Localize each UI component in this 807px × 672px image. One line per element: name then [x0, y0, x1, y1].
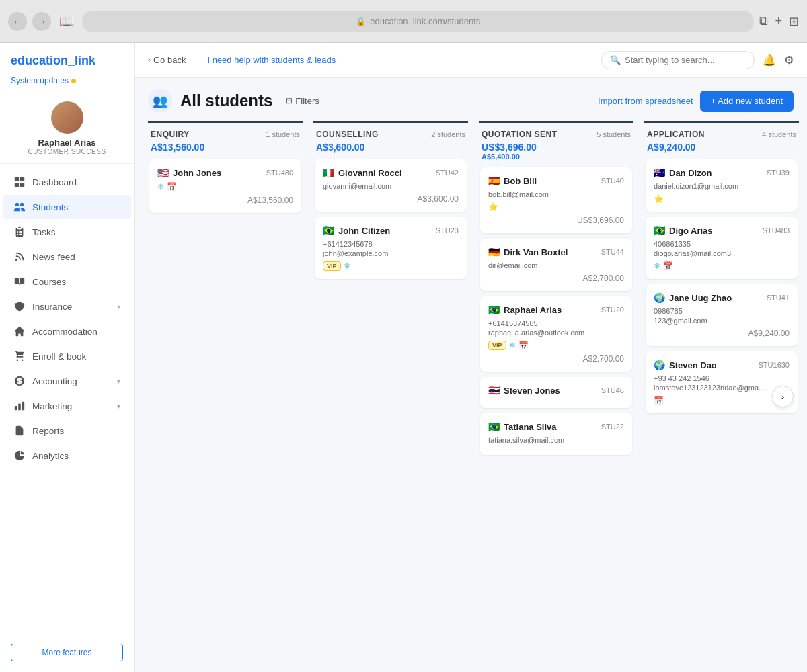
card-email: iamsteve123123123ndao@gma... [654, 384, 790, 392]
card-header: 🌍 Steven Dao STU1630 [654, 360, 790, 370]
student-card[interactable]: 🌍 Jane Uug Zhao STU41 0986785 123@gmail.… [646, 284, 798, 346]
card-header: 🇩🇪 Dirk Van Boxtel STU44 [488, 247, 624, 257]
sidebar-item-courses[interactable]: Courses [3, 269, 131, 294]
card-phone: +61412345678 [323, 240, 459, 248]
sidebar-item-news-feed[interactable]: News feed [3, 245, 131, 269]
student-card[interactable]: 🇪🇸 Bob Bill STU40 bob.bill@mail.com ⭐ US… [480, 167, 632, 233]
card-header: 🇦🇺 Dan Dizon STU39 [654, 167, 790, 178]
student-id: STU1630 [759, 361, 790, 369]
card-header: 🇺🇸 John Jones STU480 [157, 167, 293, 178]
browser-grid-button[interactable]: ⊞ [789, 14, 799, 29]
student-card[interactable]: 🇧🇷 Digo Arias STU483 406861335 diogo.ari… [646, 217, 798, 279]
page-title: All students [180, 91, 272, 110]
sidebar-item-label: Accounting [32, 376, 110, 386]
card-email: diogo.arias@mail.com3 [654, 249, 790, 257]
courses-icon [13, 276, 26, 288]
sidebar-item-enroll-book[interactable]: Enroll & book [3, 344, 131, 368]
marketing-icon [13, 400, 26, 412]
sidebar-more: More features [0, 636, 134, 672]
browser-back-button[interactable]: ← [8, 12, 27, 31]
page-actions: Import from spreadsheet + Add new studen… [598, 91, 794, 112]
settings-button[interactable]: ⚙ [784, 54, 794, 67]
column-amount: A$13,560.00 [151, 142, 204, 153]
card-email: tatiana.silva@mail.com [488, 436, 624, 444]
sidebar-item-label: Insurance [32, 302, 110, 312]
sidebar-item-reports[interactable]: Reports [3, 419, 131, 443]
help-link[interactable]: I need help with students & leads [207, 55, 336, 65]
add-student-button[interactable]: + Add new student [700, 91, 794, 112]
sidebar-item-label: Dashboard [32, 177, 120, 187]
dashboard-icon [13, 176, 26, 188]
student-name: 🇪🇸 Bob Bill [488, 175, 537, 186]
address-bar[interactable]: 🔒 education_link.com/students [82, 11, 754, 32]
sidebar-item-marketing[interactable]: Marketing ▾ [3, 394, 131, 418]
card-tags: ❄📅 [654, 261, 790, 271]
student-name: 🌍 Jane Uug Zhao [654, 292, 732, 303]
sidebar-item-tasks[interactable]: Tasks [3, 220, 131, 244]
sidebar-item-label: Courses [32, 277, 120, 287]
column-count: 2 students [431, 130, 465, 138]
card-tags: ⭐ [488, 202, 624, 212]
student-card[interactable]: 🇩🇪 Dirk Van Boxtel STU44 dir@email.com A… [480, 239, 632, 291]
student-card[interactable]: 🇧🇷 Tatiana Silva STU22 tatiana.silva@mai… [480, 413, 632, 455]
sidebar-item-analytics[interactable]: Analytics [3, 444, 131, 468]
go-back-button[interactable]: ‹ Go back [148, 55, 186, 65]
browser-bookmarks-button[interactable]: 📖 [59, 14, 74, 29]
student-card[interactable]: 🇹🇭 Steven Jones STU46 [480, 377, 632, 408]
search-input[interactable] [625, 55, 746, 65]
column-cards: 🇺🇸 John Jones STU480 ❄📅 A$13,560.00 [148, 158, 303, 214]
sidebar-item-accommodation[interactable]: Accommodation [3, 319, 131, 343]
scroll-right-button[interactable]: › [772, 386, 794, 407]
card-header: 🇧🇷 Digo Arias STU483 [654, 225, 790, 236]
import-button[interactable]: Import from spreadsheet [598, 96, 693, 106]
system-updates-link[interactable]: System updates [0, 73, 134, 93]
student-card[interactable]: 🇧🇷 Raphael Arias STU20 +61415374585 raph… [480, 296, 632, 372]
sidebar-item-accounting[interactable]: Accounting ▾ [3, 369, 131, 393]
card-header: 🇧🇷 Raphael Arias STU20 [488, 304, 624, 315]
sidebar-item-insurance[interactable]: Insurance ▾ [3, 294, 131, 319]
chevron-left-icon: ‹ [148, 56, 151, 65]
sidebar-logo: education_link [0, 43, 134, 73]
username: Raphael Arias [11, 138, 123, 148]
flag-icon: 🇪🇸 [488, 175, 500, 186]
card-header: 🇹🇭 Steven Jones STU46 [488, 385, 624, 396]
student-id: STU480 [266, 169, 293, 177]
flag-icon: 🌍 [654, 292, 665, 303]
column-title: COUNSELLING [316, 130, 379, 139]
student-card[interactable]: 🇦🇺 Dan Dizon STU39 daniel.dizon1@gmail.c… [646, 159, 798, 212]
kanban-wrapper: ENQUIRY A$13,560.00 1 students 🇺🇸 John J… [134, 121, 807, 672]
kanban-column-quotation-sent: QUOTATION SENT US$3,696.00 A$5,400.00 5 … [479, 121, 633, 456]
student-card[interactable]: 🇺🇸 John Jones STU480 ❄📅 A$13,560.00 [149, 159, 301, 213]
column-header-application: APPLICATION A$9,240.00 4 students [644, 121, 799, 158]
column-amount: A$9,240.00 [647, 142, 705, 153]
browser-forward-button[interactable]: → [32, 12, 51, 31]
column-header-enquiry: ENQUIRY A$13,560.00 1 students [148, 121, 303, 158]
chevron-down-icon: ▾ [117, 378, 120, 385]
flag-icon: 🇹🇭 [488, 385, 500, 396]
sidebar-item-label: Reports [32, 426, 120, 436]
chevron-down-icon: ▾ [117, 303, 120, 310]
student-id: STU483 [763, 226, 790, 235]
more-features-button[interactable]: More features [11, 644, 123, 661]
sidebar-item-label: Marketing [32, 401, 110, 411]
page-header: 👥 All students ⊟ Filters Import from spr… [134, 78, 807, 121]
browser-new-tab-button[interactable]: ⧉ [759, 14, 768, 28]
snowflake-icon: ❄ [344, 261, 350, 271]
card-tags: ⭐ [654, 194, 790, 204]
news-feed-icon [13, 251, 26, 263]
kanban-column-enquiry: ENQUIRY A$13,560.00 1 students 🇺🇸 John J… [148, 121, 303, 456]
lock-icon: 🔒 [356, 17, 366, 26]
filters-button[interactable]: ⊟ Filters [280, 93, 324, 109]
sidebar-item-students[interactable]: Students [3, 195, 131, 219]
student-card[interactable]: 🇮🇹 Giovanni Rocci STU42 giovanni@email.c… [315, 159, 467, 212]
student-name: 🇺🇸 John Jones [157, 167, 221, 178]
browser-add-button[interactable]: + [775, 14, 782, 28]
notifications-button[interactable]: 🔔 [763, 54, 776, 67]
student-card[interactable]: 🇧🇷 John Citizen STU23 +61412345678 john@… [315, 217, 467, 279]
snowflake-icon: ❄ [157, 182, 164, 192]
card-amount: US$3,696.00 [488, 216, 624, 225]
column-count: 5 students [597, 130, 631, 138]
search-box[interactable]: 🔍 [601, 51, 755, 69]
sidebar-item-dashboard[interactable]: Dashboard [3, 170, 131, 194]
student-name: 🇹🇭 Steven Jones [488, 385, 560, 396]
